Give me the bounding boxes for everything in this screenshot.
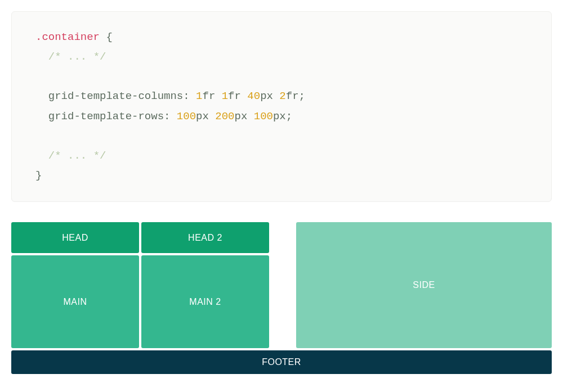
css-unit: px xyxy=(273,110,286,123)
css-property: grid-template-rows xyxy=(48,110,164,123)
grid-layout-demo: HEAD HEAD 2 MAIN MAIN 2 SIDE FOOTER xyxy=(11,222,552,374)
css-value: 200 xyxy=(215,110,234,123)
cell-label: MAIN xyxy=(64,297,87,307)
cell-label: HEAD xyxy=(62,233,88,243)
grid-cell-head: HEAD xyxy=(11,222,139,253)
grid-gap-column xyxy=(271,222,294,348)
grid-cell-main2: MAIN 2 xyxy=(141,255,269,348)
css-unit: px xyxy=(235,110,248,123)
css-value: 1 xyxy=(222,90,228,102)
grid-cell-footer: FOOTER xyxy=(11,350,552,374)
grid-cell-main: MAIN xyxy=(11,255,139,348)
css-unit: fr xyxy=(286,90,299,102)
css-comment: /* ... */ xyxy=(48,150,106,162)
grid-cell-head2: HEAD 2 xyxy=(141,222,269,253)
cell-label: MAIN 2 xyxy=(189,297,221,307)
cell-label: FOOTER xyxy=(262,357,301,367)
css-value: 2 xyxy=(279,90,285,102)
css-value: 40 xyxy=(247,90,260,102)
css-comment: /* ... */ xyxy=(48,51,106,63)
cell-label: SIDE xyxy=(413,280,435,290)
grid-cell-side: SIDE xyxy=(296,222,552,348)
css-value: 100 xyxy=(254,110,273,123)
css-selector: .container xyxy=(35,31,100,43)
brace-open: { xyxy=(106,31,112,43)
css-unit: px xyxy=(196,110,209,123)
brace-close: } xyxy=(35,169,42,182)
css-code-block: .container { /* ... */ grid-template-col… xyxy=(11,11,552,202)
css-value: 1 xyxy=(196,90,202,102)
css-unit: fr xyxy=(202,90,215,102)
css-property: grid-template-columns xyxy=(48,90,183,102)
cell-label: HEAD 2 xyxy=(188,233,222,243)
css-unit: px xyxy=(260,90,273,102)
css-value: 100 xyxy=(177,110,196,123)
css-unit: fr xyxy=(228,90,241,102)
